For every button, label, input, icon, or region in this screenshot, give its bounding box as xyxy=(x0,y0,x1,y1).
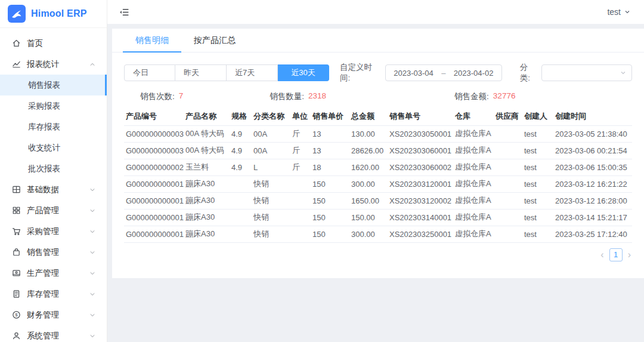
table-row[interactable]: G000000000001蹦床A30快销150300.00XS202303120… xyxy=(124,175,632,192)
topbar: test xyxy=(107,0,644,24)
table-cell: XS202303060002 xyxy=(388,159,453,175)
table-cell: test xyxy=(522,125,553,142)
sidebar-subitem-1-2[interactable]: 库存报表 xyxy=(0,116,107,137)
table-cell: 快销 xyxy=(252,209,290,226)
sidebar-subitem-1-3[interactable]: 收支统计 xyxy=(0,137,107,158)
table-cell: 蹦床A30 xyxy=(184,209,230,226)
chevron-down-icon xyxy=(89,249,96,256)
bag-icon xyxy=(12,248,21,257)
chevron-down-icon xyxy=(620,69,627,76)
tab-0[interactable]: 销售明细 xyxy=(123,29,181,52)
content-area: 销售明细按产品汇总 今日昨天近7天近30天 自定义时间: 2023-03-04 … xyxy=(107,24,644,342)
sidebar-item-2[interactable]: 基础数据 xyxy=(0,179,107,200)
table-cell: 虚拟仓库A xyxy=(453,159,494,175)
table-row[interactable]: G000000000001蹦床A30快销150300.00XS202303250… xyxy=(124,226,632,242)
chevron-down-icon xyxy=(89,332,96,340)
sidebar: Himool ERP 首页报表统计销售报表采购报表库存报表收支统计批次报表基础数… xyxy=(0,0,107,342)
table-cell: XS202303050001 xyxy=(388,125,453,142)
table-cell: G000000000001 xyxy=(124,175,184,192)
sidebar-item-7[interactable]: 库存管理 xyxy=(0,284,107,304)
sidebar-subitem-1-0[interactable]: 销售报表 xyxy=(0,75,107,95)
sidebar-subitem-1-4[interactable]: 批次报表 xyxy=(0,158,107,179)
pagination-next-button[interactable]: › xyxy=(628,250,631,260)
date-end-value[interactable]: 2023-04-02 xyxy=(454,69,494,78)
sidebar-item-3[interactable]: 产品管理 xyxy=(0,200,107,221)
table-cell: L xyxy=(252,159,290,175)
table-header-cell: 规格 xyxy=(230,108,252,125)
table-cell xyxy=(494,192,522,209)
report-card: 销售明细按产品汇总 今日昨天近7天近30天 自定义时间: 2023-03-04 … xyxy=(112,29,644,278)
table-cell: test xyxy=(522,175,553,192)
table-cell: 150 xyxy=(311,192,349,209)
chevron-up-icon xyxy=(89,61,96,68)
table-cell: test xyxy=(522,192,553,209)
quick-range-button-3[interactable]: 近30天 xyxy=(278,64,329,81)
table-cell: 1650.00 xyxy=(349,192,388,209)
sidebar-item-9[interactable]: 系统管理 xyxy=(0,325,107,342)
sidebar-item-6[interactable]: 生产管理 xyxy=(0,263,107,284)
quick-range-button-2[interactable]: 近7天 xyxy=(227,64,278,81)
sidebar-subitem-1-1[interactable]: 采购报表 xyxy=(0,95,107,116)
sidebar-item-label: 销售管理 xyxy=(27,247,59,258)
table-header-cell: 产品编号 xyxy=(124,108,184,125)
table-cell xyxy=(230,226,252,242)
table-cell: 00A xyxy=(252,142,290,159)
table-cell: 2023-03-14 15:21:17 xyxy=(553,209,632,226)
table-cell: 00A 特大码 xyxy=(184,142,230,159)
date-start-value[interactable]: 2023-03-04 xyxy=(394,69,434,78)
table-row[interactable]: G000000000001蹦床A30快销150150.00XS202303140… xyxy=(124,209,632,226)
table-row[interactable]: G00000000000300A 特大码4.900A斤1328626.00XS2… xyxy=(124,142,632,159)
chevron-down-icon xyxy=(89,207,96,214)
sidebar-item-5[interactable]: 销售管理 xyxy=(0,242,107,263)
table-cell: G000000000003 xyxy=(124,142,184,159)
brand-name: Himool ERP xyxy=(31,8,87,19)
table-cell: 斤 xyxy=(290,142,311,159)
cart-icon xyxy=(12,227,21,236)
user-menu[interactable]: test xyxy=(607,7,631,17)
sidebar-menu: 首页报表统计销售报表采购报表库存报表收支统计批次报表基础数据产品管理采购管理销售… xyxy=(0,28,107,342)
stat-value: 32776 xyxy=(493,91,516,102)
brand-logo-icon xyxy=(8,5,26,23)
table-cell: XS202303140001 xyxy=(388,209,453,226)
table-cell xyxy=(230,192,252,209)
sidebar-item-8[interactable]: $财务管理 xyxy=(0,304,107,325)
table-header-cell: 仓库 xyxy=(453,108,494,125)
category-select[interactable] xyxy=(541,64,632,81)
table-header-cell: 销售单价 xyxy=(311,108,349,125)
quick-range-button-0[interactable]: 今日 xyxy=(124,64,175,81)
tab-1[interactable]: 按产品汇总 xyxy=(181,29,248,52)
sidebar-collapse-icon[interactable] xyxy=(119,7,129,17)
table-cell: XS202303060001 xyxy=(388,142,453,159)
table-cell: 4.9 xyxy=(230,125,252,142)
table-cell: 2023-03-25 17:12:40 xyxy=(553,226,632,242)
stat-label: 销售次数: xyxy=(140,91,175,102)
pagination-prev-button[interactable]: ‹ xyxy=(600,250,603,260)
main-column: test 销售明细按产品汇总 今日昨天近7天近30天 自定义时间: 2023-0… xyxy=(107,0,644,342)
chevron-down-icon xyxy=(89,312,96,319)
sidebar-item-1[interactable]: 报表统计 xyxy=(0,54,107,75)
pagination-page-button[interactable]: 1 xyxy=(609,248,623,261)
table-row[interactable]: G000000000002玉兰料4.9L斤181620.00XS20230306… xyxy=(124,159,632,175)
table-cell: test xyxy=(522,209,553,226)
table-cell xyxy=(494,159,522,175)
category-label: 分类: xyxy=(520,62,538,84)
table-cell: 虚拟仓库A xyxy=(453,125,494,142)
table-cell xyxy=(494,175,522,192)
quick-range-button-1[interactable]: 昨天 xyxy=(175,64,227,81)
table-row[interactable]: G000000000001蹦床A30快销1501650.00XS20230312… xyxy=(124,192,632,209)
table-cell: 玉兰料 xyxy=(184,159,230,175)
sidebar-subitem-label: 销售报表 xyxy=(28,80,60,91)
table-cell: G000000000001 xyxy=(124,192,184,209)
sidebar-item-label: 首页 xyxy=(27,38,43,49)
table-cell: 2023-03-12 16:28:00 xyxy=(553,192,632,209)
sidebar-item-label: 采购管理 xyxy=(27,226,59,237)
date-range-picker[interactable]: 2023-03-04 – 2023-04-02 xyxy=(385,64,502,81)
grid-icon xyxy=(12,185,21,194)
table-header-cell: 供应商 xyxy=(494,108,522,125)
sidebar-item-0[interactable]: 首页 xyxy=(0,33,107,54)
table-cell: 快销 xyxy=(252,192,290,209)
table-cell: 00A 特大码 xyxy=(184,125,230,142)
table-row[interactable]: G00000000000300A 特大码4.900A斤13130.00XS202… xyxy=(124,125,632,142)
stat-label: 销售数量: xyxy=(270,91,304,102)
sidebar-item-4[interactable]: 采购管理 xyxy=(0,221,107,242)
